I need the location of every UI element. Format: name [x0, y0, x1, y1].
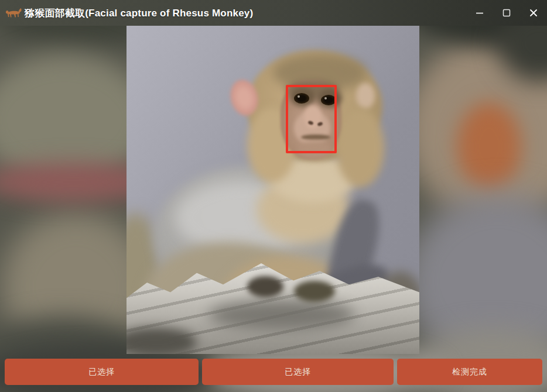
backdrop-monkey-ear-blob: [457, 102, 521, 190]
app-window: 猕猴面部截取(Facial capture of Rhesus Monkey): [0, 0, 547, 392]
window-title: 猕猴面部截取(Facial capture of Rhesus Monkey): [25, 6, 253, 20]
monkey-shadow: [208, 300, 355, 330]
monkey-foot: [294, 281, 335, 302]
face-detection-box: [286, 85, 337, 153]
close-button[interactable]: [520, 0, 547, 26]
selected-button-2[interactable]: 已选择: [202, 359, 394, 385]
monkey-foot: [247, 276, 283, 297]
monkey-ear: [356, 83, 375, 109]
maximize-icon: [502, 8, 511, 18]
monkey-cheek-fur: [336, 109, 384, 187]
close-icon: [529, 8, 538, 18]
monkey-photo-panel: [127, 26, 419, 354]
monkey-logo-icon: [4, 5, 23, 20]
window-controls: [466, 0, 547, 26]
minimize-button[interactable]: [466, 0, 493, 26]
title-bar: 猕猴面部截取(Facial capture of Rhesus Monkey): [0, 0, 547, 26]
detection-complete-button[interactable]: 检测完成: [397, 359, 542, 385]
selected-button-1[interactable]: 已选择: [5, 359, 199, 385]
maximize-button[interactable]: [493, 0, 520, 26]
minimize-icon: [475, 8, 484, 18]
